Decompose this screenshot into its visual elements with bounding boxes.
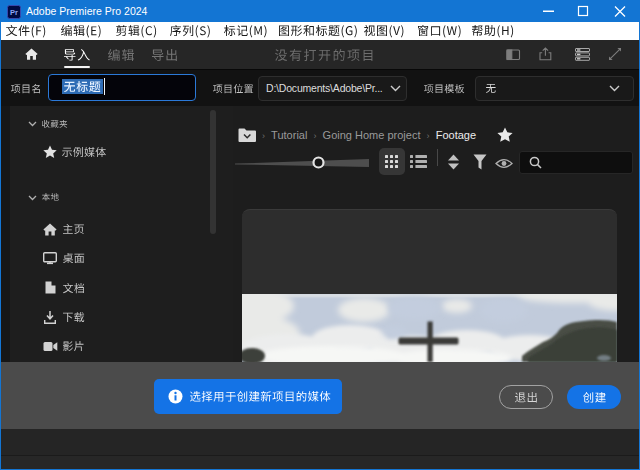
svg-text:Pr: Pr <box>10 8 18 17</box>
